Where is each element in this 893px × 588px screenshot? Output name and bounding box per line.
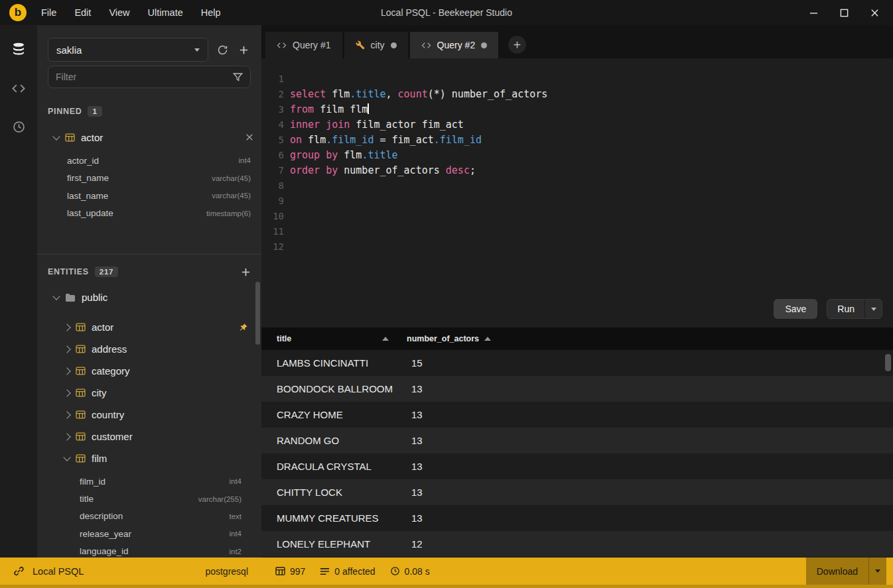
statusbar-connection[interactable]: Local PSQL postgresql bbox=[0, 558, 261, 585]
statusbar-stats: 997 0 affected 0.08 s bbox=[261, 558, 430, 585]
result-row[interactable]: BOONDOCK BALLROOM13 bbox=[261, 376, 893, 402]
editor-line-10[interactable]: 10 bbox=[261, 209, 893, 224]
results-scrollbar[interactable] bbox=[885, 354, 891, 371]
editor-line-3[interactable]: 3from film flm bbox=[261, 102, 893, 117]
database-select[interactable]: saklia bbox=[48, 38, 208, 62]
sql-editor[interactable]: 12select flm.title, count(*) number_of_a… bbox=[261, 58, 893, 327]
table-column-film_id[interactable]: film_idint4 bbox=[80, 473, 241, 490]
pin-icon[interactable] bbox=[239, 323, 248, 332]
pinned-column-last_update[interactable]: last_updatetimestamp(6) bbox=[67, 205, 251, 223]
pinned-table-actor[interactable]: actor bbox=[54, 127, 253, 148]
run-options-caret[interactable] bbox=[864, 300, 882, 318]
result-row[interactable]: CHITTY LOCK13 bbox=[261, 479, 893, 505]
download-button[interactable]: Download bbox=[806, 558, 868, 585]
chevron-down-icon[interactable] bbox=[52, 133, 60, 140]
pinned-columns: actor_idint4first_namevarchar(45)last_na… bbox=[37, 152, 261, 222]
unpin-close-icon[interactable] bbox=[245, 133, 253, 141]
table-column-language_id[interactable]: language_idint2 bbox=[80, 543, 241, 558]
chevron-right-icon[interactable] bbox=[63, 411, 70, 418]
beekeeper-logo-icon: b bbox=[9, 4, 27, 21]
table-column-title[interactable]: titlevarchar(255) bbox=[80, 490, 241, 507]
download-options-caret[interactable] bbox=[868, 558, 886, 585]
new-tab-button[interactable] bbox=[508, 36, 526, 54]
results-rows: LAMBS CINCINATTI15BOONDOCK BALLROOM13CRA… bbox=[261, 350, 893, 558]
chevron-right-icon[interactable] bbox=[63, 367, 70, 375]
menu-edit[interactable]: Edit bbox=[74, 7, 91, 18]
link-icon bbox=[13, 565, 25, 577]
entity-customer[interactable]: customer bbox=[64, 426, 251, 447]
tab-label: Query #2 bbox=[437, 40, 476, 50]
refresh-button[interactable] bbox=[215, 42, 230, 57]
menu-ultimate[interactable]: Ultimate bbox=[148, 7, 183, 18]
pinned-column-first_name[interactable]: first_namevarchar(45) bbox=[67, 170, 251, 188]
run-button-main[interactable]: Run bbox=[827, 300, 864, 318]
pinned-column-actor_id[interactable]: actor_idint4 bbox=[67, 152, 251, 170]
line-number: 10 bbox=[261, 209, 284, 224]
result-title-cell: BOONDOCK BALLROOM bbox=[261, 383, 407, 394]
chevron-right-icon[interactable] bbox=[63, 323, 70, 331]
menu-view[interactable]: View bbox=[109, 7, 129, 18]
table-icon bbox=[76, 432, 86, 441]
sort-ascending-icon[interactable] bbox=[382, 337, 389, 341]
column-header-number-of-actors[interactable]: number_of_actors bbox=[407, 334, 491, 343]
history-icon[interactable] bbox=[10, 118, 27, 135]
editor-line-7[interactable]: 7order by number_of_actors desc; bbox=[261, 163, 893, 178]
tab-query-2[interactable]: Query #2 bbox=[410, 32, 499, 58]
entity-country[interactable]: country bbox=[64, 404, 251, 426]
menu-help[interactable]: Help bbox=[201, 7, 221, 18]
chevron-down-icon[interactable] bbox=[63, 453, 70, 461]
tab-query-1[interactable]: Query #1 bbox=[265, 32, 342, 58]
sort-ascending-icon[interactable] bbox=[484, 337, 491, 341]
table-column-description[interactable]: descriptiontext bbox=[80, 508, 241, 525]
maximize-button[interactable] bbox=[839, 7, 849, 18]
column-header-title[interactable]: title bbox=[261, 334, 407, 343]
app-window: b File Edit View Ultimate Help Local PSQ… bbox=[0, 0, 893, 588]
entity-actor[interactable]: actor bbox=[64, 316, 251, 338]
menu-file[interactable]: File bbox=[41, 7, 56, 18]
editor-line-5[interactable]: 5on flm.film_id = fim_act.film_id bbox=[261, 133, 893, 148]
tabs: Query #1cityQuery #2 bbox=[265, 32, 498, 58]
chevron-down-icon[interactable] bbox=[52, 292, 60, 300]
chevron-down-icon bbox=[194, 48, 200, 52]
editor-line-12[interactable]: 12 bbox=[261, 239, 893, 255]
tab-city[interactable]: city bbox=[344, 32, 408, 58]
entity-category[interactable]: category bbox=[64, 360, 251, 382]
sidebar-scrollbar[interactable] bbox=[255, 282, 260, 345]
editor-line-1[interactable]: 1 bbox=[261, 72, 893, 87]
schema-public[interactable]: public bbox=[54, 286, 251, 308]
tab-bar: Query #1cityQuery #2 bbox=[261, 25, 893, 58]
table-column-release_year[interactable]: release_yearint4 bbox=[80, 525, 241, 542]
close-button[interactable] bbox=[869, 7, 880, 18]
editor-line-9[interactable]: 9 bbox=[261, 194, 893, 209]
chevron-right-icon[interactable] bbox=[63, 345, 70, 353]
database-icon[interactable] bbox=[10, 41, 27, 58]
entity-address[interactable]: address bbox=[64, 338, 251, 360]
pinned-column-last_name[interactable]: last_namevarchar(45) bbox=[67, 187, 251, 205]
save-button[interactable]: Save bbox=[774, 299, 817, 319]
result-count-cell: 15 bbox=[407, 357, 423, 369]
result-count-cell: 12 bbox=[407, 538, 423, 550]
editor-line-11[interactable]: 11 bbox=[261, 224, 893, 239]
chevron-right-icon[interactable] bbox=[63, 389, 70, 396]
result-row[interactable]: RANDOM GO13 bbox=[261, 428, 893, 453]
add-entity-button[interactable] bbox=[241, 267, 251, 277]
queries-icon[interactable] bbox=[10, 80, 27, 97]
result-row[interactable]: MUMMY CREATURES13 bbox=[261, 505, 893, 531]
editor-line-2[interactable]: 2select flm.title, count(*) number_of_ac… bbox=[261, 87, 893, 102]
result-row[interactable]: LONELY ELEPHANT12 bbox=[261, 531, 893, 557]
filter-input[interactable] bbox=[56, 72, 233, 82]
editor-line-6[interactable]: 6group by flm.title bbox=[261, 148, 893, 163]
result-row[interactable]: CRAZY HOME13 bbox=[261, 402, 893, 428]
filter-funnel-icon[interactable] bbox=[233, 73, 243, 82]
add-connection-button[interactable] bbox=[236, 42, 251, 57]
editor-line-4[interactable]: 4inner join film_actor fim_act bbox=[261, 117, 893, 133]
entity-film[interactable]: film bbox=[64, 447, 251, 469]
minimize-button[interactable] bbox=[808, 7, 819, 18]
result-row[interactable]: LAMBS CINCINATTI15 bbox=[261, 350, 893, 376]
window-controls bbox=[808, 7, 885, 18]
line-number: 12 bbox=[261, 239, 284, 255]
chevron-right-icon[interactable] bbox=[63, 433, 70, 440]
editor-line-8[interactable]: 8 bbox=[261, 178, 893, 194]
result-row[interactable]: DRACULA CRYSTAL13 bbox=[261, 453, 893, 479]
entity-city[interactable]: city bbox=[64, 382, 251, 404]
